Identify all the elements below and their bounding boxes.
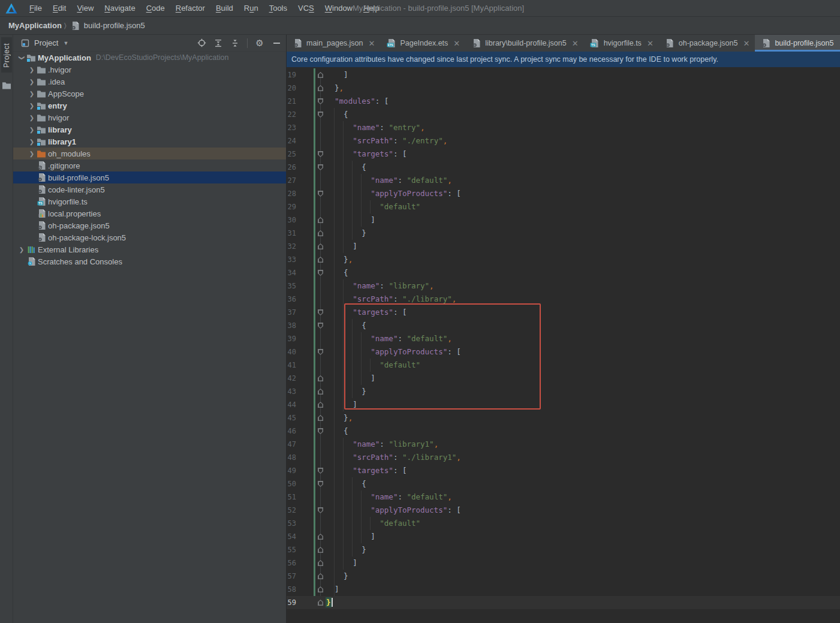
code-line-21[interactable]: 21 "modules": [ bbox=[287, 95, 840, 108]
chevron-right-icon[interactable]: ❯ bbox=[28, 67, 36, 73]
code-line-50[interactable]: 50 { bbox=[287, 477, 840, 490]
tree-item-code-linter-json5[interactable]: code-linter.json5 bbox=[13, 183, 286, 195]
tree-item-oh-package-lock-json5[interactable]: oh-package-lock.json5 bbox=[13, 231, 286, 243]
code-line-49[interactable]: 49 "targets": [ bbox=[287, 464, 840, 477]
fold-marker-icon[interactable] bbox=[318, 72, 323, 78]
code-line-56[interactable]: 56 ] bbox=[287, 556, 840, 570]
tab-pageindex-ets[interactable]: ETSPageIndex.ets✕ bbox=[380, 35, 465, 52]
code-line-32[interactable]: 32 ] bbox=[287, 240, 840, 253]
chevron-right-icon[interactable]: ❯ bbox=[17, 246, 26, 253]
menu-item-build[interactable]: Build bbox=[210, 0, 239, 17]
menu-item-edit[interactable]: Edit bbox=[47, 0, 71, 17]
code-line-23[interactable]: 23 "name": "entry", bbox=[287, 121, 840, 134]
tab-main-pages-json[interactable]: main_pages.json✕ bbox=[287, 35, 380, 52]
close-tab-icon[interactable]: ✕ bbox=[743, 39, 749, 48]
hide-panel-icon[interactable] bbox=[272, 38, 281, 48]
tree-item-oh-modules[interactable]: ❯oh_modules bbox=[13, 148, 286, 159]
code-line-59[interactable]: 59} bbox=[287, 596, 840, 609]
code-line-36[interactable]: 36 "srcPath": "./library", bbox=[287, 293, 840, 306]
code-line-55[interactable]: 55 } bbox=[287, 543, 840, 556]
code-line-41[interactable]: 41 "default" bbox=[287, 359, 840, 372]
fold-marker-icon[interactable] bbox=[318, 560, 323, 566]
tree-item-scratches-and-consoles[interactable]: Scratches and Consoles bbox=[13, 255, 286, 267]
fold-marker-icon[interactable] bbox=[318, 481, 323, 487]
code-line-44[interactable]: 44 ] bbox=[287, 398, 840, 411]
project-stripe-button[interactable]: Project bbox=[1, 37, 12, 73]
fold-marker-icon[interactable] bbox=[318, 257, 323, 263]
fold-marker-icon[interactable] bbox=[318, 217, 323, 223]
tree-item-oh-package-json5[interactable]: oh-package.json5 bbox=[13, 219, 286, 231]
close-tab-icon[interactable]: ✕ bbox=[453, 39, 460, 48]
fold-marker-icon[interactable] bbox=[318, 309, 323, 315]
code-line-29[interactable]: 29 "default" bbox=[287, 200, 840, 213]
code-line-52[interactable]: 52 "applyToProducts": [ bbox=[287, 504, 840, 517]
code-line-27[interactable]: 27 "name": "default", bbox=[287, 174, 840, 187]
breadcrumb-project[interactable]: MyApplication bbox=[8, 21, 62, 30]
close-tab-icon[interactable]: ✕ bbox=[369, 39, 375, 48]
chevron-down-icon[interactable]: ❯ bbox=[19, 53, 25, 62]
code-line-24[interactable]: 24 "srcPath": "./entry", bbox=[287, 134, 840, 148]
code-line-38[interactable]: 38 { bbox=[287, 319, 840, 332]
code-line-26[interactable]: 26 { bbox=[287, 161, 840, 174]
fold-marker-icon[interactable] bbox=[318, 164, 323, 170]
code-line-35[interactable]: 35 "name": "library", bbox=[287, 279, 840, 293]
fold-marker-icon[interactable] bbox=[318, 428, 323, 434]
settings-gear-icon[interactable]: ⚙ bbox=[255, 38, 264, 48]
tree-item-local-properties[interactable]: local.properties bbox=[13, 207, 286, 219]
menu-item-code[interactable]: Code bbox=[141, 0, 170, 17]
code-line-58[interactable]: 58 ] bbox=[287, 583, 840, 596]
fold-marker-icon[interactable] bbox=[318, 98, 323, 104]
tree-item-hvigor[interactable]: ❯hvigor bbox=[13, 112, 286, 124]
panel-title[interactable]: Project bbox=[34, 38, 58, 47]
code-line-25[interactable]: 25 "targets": [ bbox=[287, 148, 840, 161]
code-line-34[interactable]: 34 { bbox=[287, 266, 840, 279]
menu-item-view[interactable]: View bbox=[71, 0, 99, 17]
chevron-right-icon[interactable]: ❯ bbox=[28, 91, 36, 97]
fold-marker-icon[interactable] bbox=[318, 85, 323, 91]
tree-item-external-libraries[interactable]: ❯External Libraries bbox=[13, 243, 286, 255]
tree-item-library[interactable]: ❯library bbox=[13, 124, 286, 136]
fold-marker-icon[interactable] bbox=[318, 230, 323, 236]
fold-marker-icon[interactable] bbox=[318, 586, 323, 592]
collapse-all-icon[interactable] bbox=[230, 38, 240, 48]
menu-item-refactor[interactable]: Refactor bbox=[170, 0, 210, 17]
code-editor[interactable]: 19 ]20 },21 "modules": [22 {23 "name": "… bbox=[287, 67, 840, 623]
code-line-30[interactable]: 30 ] bbox=[287, 213, 840, 227]
tree-item--hvigor[interactable]: ❯.hvigor bbox=[13, 64, 286, 76]
code-line-46[interactable]: 46 { bbox=[287, 425, 840, 438]
tab-oh-package-json5[interactable]: oh-package.json5✕ bbox=[659, 35, 755, 52]
fold-marker-icon[interactable] bbox=[318, 112, 323, 118]
code-line-53[interactable]: 53 "default" bbox=[287, 517, 840, 530]
code-line-43[interactable]: 43 } bbox=[287, 385, 840, 398]
code-line-45[interactable]: 45 }, bbox=[287, 411, 840, 425]
menu-item-run[interactable]: Run bbox=[239, 0, 264, 17]
tree-item-appscope[interactable]: ❯AppScope bbox=[13, 88, 286, 100]
tree-item-library1[interactable]: ❯library1 bbox=[13, 136, 286, 148]
fold-marker-icon[interactable] bbox=[318, 415, 323, 421]
tree-item--gitignore[interactable]: .gitignore bbox=[13, 159, 286, 171]
menu-item-vcs[interactable]: VCS bbox=[293, 0, 320, 17]
chevron-down-icon[interactable]: ▼ bbox=[63, 40, 68, 46]
tree-item-myapplication[interactable]: ❯MyApplicationD:\DevEcoStudioProjects\My… bbox=[13, 52, 286, 64]
tree-item--idea[interactable]: ❯.idea bbox=[13, 76, 286, 88]
fold-marker-icon[interactable] bbox=[318, 323, 323, 329]
chevron-right-icon[interactable]: ❯ bbox=[28, 103, 36, 109]
chevron-right-icon[interactable]: ❯ bbox=[28, 115, 36, 121]
fold-marker-icon[interactable] bbox=[318, 600, 323, 606]
chevron-right-icon[interactable]: ❯ bbox=[28, 127, 36, 133]
code-line-47[interactable]: 47 "name": "library1", bbox=[287, 438, 840, 451]
code-line-31[interactable]: 31 } bbox=[287, 227, 840, 240]
fold-marker-icon[interactable] bbox=[318, 191, 323, 197]
menu-item-file[interactable]: File bbox=[24, 0, 47, 17]
locate-file-icon[interactable] bbox=[197, 38, 206, 48]
code-line-54[interactable]: 54 ] bbox=[287, 530, 840, 543]
code-line-20[interactable]: 20 }, bbox=[287, 82, 840, 95]
code-line-51[interactable]: 51 "name": "default", bbox=[287, 490, 840, 504]
fold-marker-icon[interactable] bbox=[318, 243, 323, 249]
code-line-57[interactable]: 57 } bbox=[287, 570, 840, 583]
tab-hvigorfile-ts[interactable]: TShvigorfile.ts✕ bbox=[584, 35, 659, 52]
fold-marker-icon[interactable] bbox=[318, 507, 323, 513]
tab-build-profile-json5[interactable]: build-profile.json5✕ bbox=[755, 35, 840, 52]
tree-item-build-profile-json5[interactable]: build-profile.json5 bbox=[13, 171, 286, 183]
code-line-22[interactable]: 22 { bbox=[287, 108, 840, 121]
